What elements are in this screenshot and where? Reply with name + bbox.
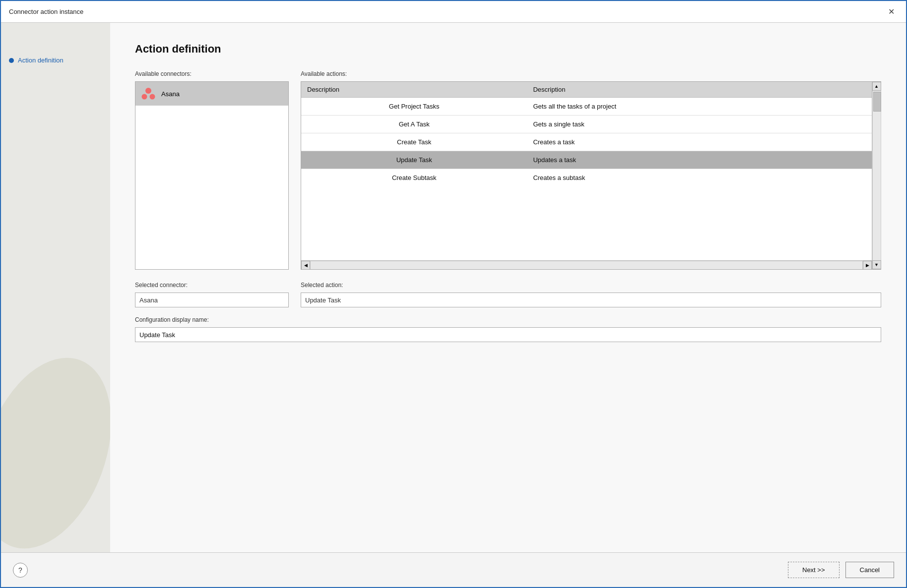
- available-connectors-label: Available connectors:: [135, 70, 289, 77]
- scroll-track: [310, 261, 863, 270]
- help-button[interactable]: ?: [13, 563, 28, 578]
- dialog-title: Connector action instance: [9, 8, 83, 15]
- action-name: Update Task: [301, 151, 527, 169]
- connector-name: Asana: [161, 90, 180, 98]
- config-display-name-input[interactable]: [135, 327, 881, 342]
- scroll-left-button[interactable]: ◀: [301, 261, 310, 270]
- selected-action-label: Selected action:: [301, 282, 881, 289]
- selected-connector-input[interactable]: [135, 293, 289, 307]
- action-description: Gets all the tasks of a project: [527, 98, 872, 116]
- svg-point-1: [142, 94, 147, 100]
- footer-left: ?: [13, 563, 28, 578]
- sidebar-decoration: [1, 340, 110, 552]
- selected-fields-row: Selected connector: Selected action:: [135, 282, 881, 307]
- actions-table-outer: Description Description Get Project Task…: [301, 81, 881, 270]
- connector-item-asana[interactable]: Asana: [135, 82, 288, 106]
- action-description: Creates a subtask: [527, 169, 872, 187]
- selected-action-group: Selected action:: [301, 282, 881, 307]
- actions-section: Available actions: Description Descripti…: [301, 70, 881, 270]
- col-header-2: Description: [527, 82, 872, 98]
- sidebar: Action definition: [1, 23, 110, 552]
- table-row[interactable]: Create Task Creates a task: [301, 133, 872, 151]
- connectors-list[interactable]: Asana: [135, 81, 289, 270]
- config-display-name-section: Configuration display name:: [135, 316, 881, 342]
- vertical-scrollbar[interactable]: ▲ ▼: [872, 82, 881, 269]
- table-row[interactable]: Get A Task Gets a single task: [301, 116, 872, 133]
- next-button[interactable]: Next >>: [788, 562, 840, 578]
- col-header-1: Description: [301, 82, 527, 98]
- action-description: Gets a single task: [527, 116, 872, 133]
- available-actions-label: Available actions:: [301, 70, 881, 77]
- dialog: Connector action instance ✕ Action defin…: [0, 0, 907, 588]
- action-name: Get A Task: [301, 116, 527, 133]
- close-button[interactable]: ✕: [884, 5, 898, 19]
- two-col-section: Available connectors: As: [135, 70, 881, 270]
- scroll-down-button[interactable]: ▼: [872, 260, 881, 269]
- selected-action-input[interactable]: [301, 293, 881, 307]
- footer-right: Next >> Cancel: [788, 562, 894, 578]
- action-name: Get Project Tasks: [301, 98, 527, 116]
- cancel-button[interactable]: Cancel: [845, 562, 894, 578]
- config-display-name-label: Configuration display name:: [135, 316, 881, 323]
- action-name: Create Task: [301, 133, 527, 151]
- scroll-up-button[interactable]: ▲: [872, 82, 881, 91]
- page-title: Action definition: [135, 43, 881, 56]
- sidebar-item-label: Action definition: [18, 57, 64, 64]
- table-row-selected[interactable]: Update Task Updates a task: [301, 151, 872, 169]
- main-body: Action definition Action definition Avai…: [1, 23, 906, 552]
- connectors-section: Available connectors: As: [135, 70, 289, 270]
- sidebar-item-action-definition[interactable]: Action definition: [1, 53, 110, 68]
- actions-table-inner: Description Description Get Project Task…: [301, 82, 872, 269]
- svg-point-2: [150, 94, 155, 100]
- action-description: Creates a task: [527, 133, 872, 151]
- scroll-track-vertical: [872, 91, 881, 260]
- scroll-thumb[interactable]: [873, 92, 881, 112]
- action-name: Create Subtask: [301, 169, 527, 187]
- selected-connector-group: Selected connector:: [135, 282, 289, 307]
- title-bar: Connector action instance ✕: [1, 1, 906, 23]
- content-area: Action definition Available connectors:: [110, 23, 906, 552]
- actions-table-scroll[interactable]: Description Description Get Project Task…: [301, 82, 872, 260]
- sidebar-dot-icon: [9, 58, 14, 63]
- actions-table: Description Description Get Project Task…: [301, 82, 872, 186]
- scroll-right-button[interactable]: ▶: [863, 261, 872, 270]
- footer: ? Next >> Cancel: [1, 552, 906, 587]
- table-row[interactable]: Get Project Tasks Gets all the tasks of …: [301, 98, 872, 116]
- action-description: Updates a task: [527, 151, 872, 169]
- horizontal-scrollbar[interactable]: ◀ ▶: [301, 260, 872, 269]
- selected-connector-label: Selected connector:: [135, 282, 289, 289]
- table-header-row: Description Description: [301, 82, 872, 98]
- asana-logo-icon: [140, 86, 156, 102]
- svg-point-0: [145, 88, 151, 94]
- table-row[interactable]: Create Subtask Creates a subtask: [301, 169, 872, 187]
